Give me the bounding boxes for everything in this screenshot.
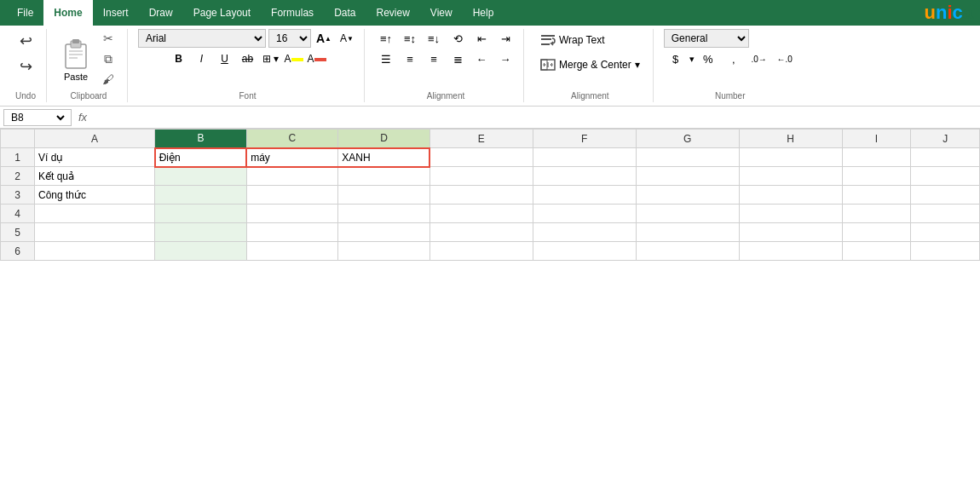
- cell-d3[interactable]: [338, 186, 430, 205]
- cell-f3[interactable]: [533, 186, 636, 205]
- corner-header[interactable]: [1, 130, 35, 148]
- cell-f6[interactable]: [533, 242, 636, 261]
- text-direction-button[interactable]: ⟲: [447, 29, 469, 48]
- cell-c3[interactable]: [246, 186, 338, 205]
- comma-button[interactable]: ,: [722, 49, 746, 68]
- cell-i2[interactable]: [842, 167, 911, 186]
- cell-a5[interactable]: [35, 223, 155, 242]
- cell-e2[interactable]: [429, 167, 533, 186]
- col-header-g[interactable]: G: [636, 130, 739, 148]
- cell-a6[interactable]: [35, 242, 155, 261]
- number-format-select[interactable]: General Number Currency Percentage: [664, 29, 749, 48]
- wrap-text-button[interactable]: Wrap Text: [534, 29, 611, 51]
- row-header-5[interactable]: 5: [1, 223, 35, 242]
- cell-d6[interactable]: [338, 242, 430, 261]
- align-center-button[interactable]: ≡: [399, 49, 421, 68]
- dollar-button[interactable]: $: [664, 49, 688, 68]
- decrease-indent-button[interactable]: ←: [470, 49, 493, 68]
- cell-i1[interactable]: [842, 148, 911, 167]
- cell-j3[interactable]: [911, 186, 980, 205]
- font-color-button[interactable]: A: [307, 49, 327, 68]
- cell-b4[interactable]: [155, 205, 247, 223]
- cell-c1[interactable]: máy: [246, 148, 338, 167]
- cell-c4[interactable]: [246, 205, 338, 223]
- col-header-e[interactable]: E: [429, 130, 533, 148]
- redo-button[interactable]: ↪: [12, 55, 39, 78]
- cell-h4[interactable]: [739, 205, 842, 223]
- italic-button[interactable]: I: [192, 49, 212, 68]
- underline-button[interactable]: U: [215, 49, 235, 68]
- cell-j4[interactable]: [911, 205, 980, 223]
- cell-a1[interactable]: Ví dụ: [35, 148, 155, 167]
- cell-e6[interactable]: [429, 242, 533, 261]
- strikethrough-button[interactable]: ab: [238, 49, 258, 68]
- align-left-button[interactable]: ☰: [375, 49, 397, 68]
- cell-g3[interactable]: [636, 186, 739, 205]
- col-header-j[interactable]: J: [911, 130, 980, 148]
- bold-button[interactable]: B: [169, 49, 189, 68]
- cell-f2[interactable]: [533, 167, 636, 186]
- cell-j6[interactable]: [911, 242, 980, 261]
- tab-draw[interactable]: Draw: [139, 0, 183, 26]
- align-justify-button[interactable]: ≣: [447, 49, 469, 68]
- row-header-3[interactable]: 3: [1, 186, 35, 205]
- format-painter-button[interactable]: 🖌: [96, 70, 120, 89]
- decrease-font-size-button[interactable]: A▼: [337, 29, 357, 48]
- paste-button[interactable]: Paste: [57, 32, 95, 85]
- cell-e3[interactable]: [429, 186, 533, 205]
- row-header-1[interactable]: 1: [1, 148, 35, 167]
- cell-f1[interactable]: [533, 148, 636, 167]
- col-header-i[interactable]: I: [842, 130, 911, 148]
- increase-decimal-button[interactable]: ←.0: [773, 49, 797, 68]
- percent-button[interactable]: %: [696, 49, 720, 68]
- cell-h2[interactable]: [739, 167, 842, 186]
- cell-i6[interactable]: [842, 242, 911, 261]
- cell-i3[interactable]: [842, 186, 911, 205]
- col-header-b[interactable]: B: [155, 130, 247, 148]
- cell-d5[interactable]: [338, 223, 430, 242]
- cut-button[interactable]: ✂: [96, 29, 120, 48]
- cell-b5[interactable]: [155, 223, 247, 242]
- cell-c2[interactable]: [246, 167, 338, 186]
- font-size-select[interactable]: 16 8 10 11 12 14 18 20: [268, 29, 311, 48]
- tab-formulas[interactable]: Formulas: [261, 0, 324, 26]
- tab-data[interactable]: Data: [324, 0, 366, 26]
- decrease-decimal-button[interactable]: .0→: [747, 49, 771, 68]
- copy-button[interactable]: ⧉: [96, 49, 120, 68]
- cell-g6[interactable]: [636, 242, 739, 261]
- tab-help[interactable]: Help: [463, 0, 504, 26]
- row-header-4[interactable]: 4: [1, 205, 35, 223]
- formula-input[interactable]: [94, 107, 977, 128]
- cell-f4[interactable]: [533, 205, 636, 223]
- col-header-f[interactable]: F: [533, 130, 636, 148]
- cell-a4[interactable]: [35, 205, 155, 223]
- tab-review[interactable]: Review: [366, 0, 419, 26]
- cell-g4[interactable]: [636, 205, 739, 223]
- cell-i5[interactable]: [842, 223, 911, 242]
- cell-j1[interactable]: [911, 148, 980, 167]
- align-middle-button[interactable]: ≡↕: [399, 29, 421, 48]
- cell-h5[interactable]: [739, 223, 842, 242]
- indent-decrease-button[interactable]: ⇤: [470, 29, 493, 48]
- col-header-d[interactable]: D: [338, 130, 430, 148]
- cell-a2[interactable]: Kết quả: [35, 167, 155, 186]
- merge-center-button[interactable]: Merge & Center ▾: [534, 54, 646, 76]
- cell-reference-select[interactable]: B8: [8, 111, 67, 124]
- tab-view[interactable]: View: [420, 0, 463, 26]
- tab-file[interactable]: File: [7, 0, 43, 26]
- tab-home[interactable]: Home: [43, 0, 92, 26]
- tab-insert[interactable]: Insert: [93, 0, 139, 26]
- cell-j5[interactable]: [911, 223, 980, 242]
- cell-b6[interactable]: [155, 242, 247, 261]
- cell-d2[interactable]: [338, 167, 430, 186]
- cell-b1[interactable]: Điện: [155, 148, 247, 167]
- row-header-2[interactable]: 2: [1, 167, 35, 186]
- col-header-a[interactable]: A: [35, 130, 155, 148]
- cell-g5[interactable]: [636, 223, 739, 242]
- cell-e4[interactable]: [429, 205, 533, 223]
- align-top-button[interactable]: ≡↑: [375, 29, 397, 48]
- cell-g1[interactable]: [636, 148, 739, 167]
- cell-c6[interactable]: [246, 242, 338, 261]
- col-header-c[interactable]: C: [246, 130, 338, 148]
- undo-button[interactable]: ↩: [12, 29, 39, 53]
